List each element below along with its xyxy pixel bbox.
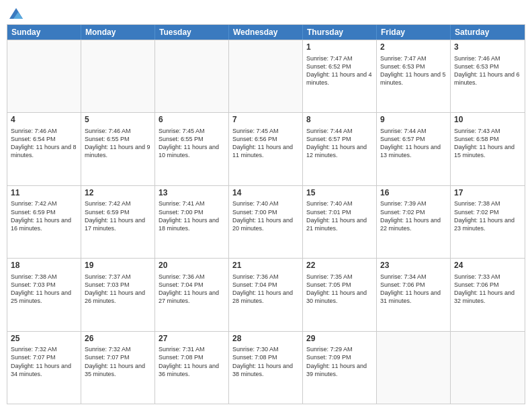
calendar-header: SundayMondayTuesdayWednesdayThursdayFrid…	[7, 25, 525, 40]
day-number: 29	[306, 334, 373, 345]
day-info: Sunrise: 7:45 AM Sunset: 6:55 PM Dayligh…	[159, 127, 225, 160]
day-cell-21: 21Sunrise: 7:36 AM Sunset: 7:04 PM Dayli…	[229, 259, 303, 330]
logo-general	[7, 7, 24, 23]
day-info: Sunrise: 7:38 AM Sunset: 7:03 PM Dayligh…	[11, 273, 77, 306]
day-info: Sunrise: 7:45 AM Sunset: 6:56 PM Dayligh…	[232, 127, 299, 160]
day-cell-12: 12Sunrise: 7:42 AM Sunset: 6:59 PM Dayli…	[81, 186, 155, 258]
day-cell-7: 7Sunrise: 7:45 AM Sunset: 6:56 PM Daylig…	[229, 113, 303, 185]
day-cell-18: 18Sunrise: 7:38 AM Sunset: 7:03 PM Dayli…	[7, 259, 81, 330]
day-cell-11: 11Sunrise: 7:42 AM Sunset: 6:59 PM Dayli…	[7, 186, 81, 258]
day-info: Sunrise: 7:33 AM Sunset: 7:06 PM Dayligh…	[454, 273, 521, 306]
empty-cell-0-1	[81, 40, 155, 112]
day-number: 11	[11, 188, 77, 199]
day-number: 3	[454, 42, 521, 53]
day-number: 7	[232, 115, 299, 126]
day-cell-13: 13Sunrise: 7:41 AM Sunset: 7:00 PM Dayli…	[155, 186, 229, 258]
day-info: Sunrise: 7:37 AM Sunset: 7:03 PM Dayligh…	[85, 273, 151, 306]
day-info: Sunrise: 7:32 AM Sunset: 7:07 PM Dayligh…	[85, 345, 151, 378]
day-number: 2	[380, 42, 447, 53]
day-info: Sunrise: 7:40 AM Sunset: 7:01 PM Dayligh…	[306, 199, 373, 232]
empty-cell-4-5	[377, 332, 451, 404]
day-number: 23	[380, 261, 447, 271]
empty-cell-0-2	[155, 40, 229, 112]
day-info: Sunrise: 7:44 AM Sunset: 6:57 PM Dayligh…	[306, 127, 373, 160]
day-number: 18	[11, 261, 77, 271]
day-number: 13	[159, 188, 225, 199]
day-number: 5	[85, 115, 151, 126]
day-info: Sunrise: 7:40 AM Sunset: 7:00 PM Dayligh…	[232, 199, 299, 232]
day-cell-14: 14Sunrise: 7:40 AM Sunset: 7:00 PM Dayli…	[229, 186, 303, 258]
day-cell-4: 4Sunrise: 7:46 AM Sunset: 6:54 PM Daylig…	[7, 113, 81, 185]
day-cell-10: 10Sunrise: 7:43 AM Sunset: 6:58 PM Dayli…	[451, 113, 525, 185]
day-number: 20	[159, 261, 225, 271]
day-info: Sunrise: 7:34 AM Sunset: 7:06 PM Dayligh…	[380, 273, 447, 306]
day-cell-23: 23Sunrise: 7:34 AM Sunset: 7:06 PM Dayli…	[377, 259, 451, 330]
day-info: Sunrise: 7:42 AM Sunset: 6:59 PM Dayligh…	[11, 199, 77, 232]
day-cell-17: 17Sunrise: 7:38 AM Sunset: 7:02 PM Dayli…	[451, 186, 525, 258]
day-number: 4	[11, 115, 77, 126]
empty-cell-0-3	[229, 40, 303, 112]
day-cell-27: 27Sunrise: 7:31 AM Sunset: 7:08 PM Dayli…	[155, 332, 229, 404]
calendar-row-0: 1Sunrise: 7:47 AM Sunset: 6:52 PM Daylig…	[7, 40, 525, 112]
calendar-row-3: 18Sunrise: 7:38 AM Sunset: 7:03 PM Dayli…	[7, 258, 525, 330]
day-info: Sunrise: 7:36 AM Sunset: 7:04 PM Dayligh…	[159, 273, 225, 306]
day-number: 24	[454, 261, 521, 271]
day-info: Sunrise: 7:31 AM Sunset: 7:08 PM Dayligh…	[159, 345, 225, 378]
day-info: Sunrise: 7:32 AM Sunset: 7:07 PM Dayligh…	[11, 345, 77, 378]
day-info: Sunrise: 7:44 AM Sunset: 6:57 PM Dayligh…	[380, 127, 447, 160]
logo	[7, 7, 24, 19]
day-cell-2: 2Sunrise: 7:47 AM Sunset: 6:53 PM Daylig…	[377, 40, 451, 112]
day-cell-16: 16Sunrise: 7:39 AM Sunset: 7:02 PM Dayli…	[377, 186, 451, 258]
day-number: 14	[232, 188, 299, 199]
day-info: Sunrise: 7:39 AM Sunset: 7:02 PM Dayligh…	[380, 199, 447, 232]
day-number: 15	[306, 188, 373, 199]
day-cell-22: 22Sunrise: 7:35 AM Sunset: 7:05 PM Dayli…	[303, 259, 377, 330]
day-cell-6: 6Sunrise: 7:45 AM Sunset: 6:55 PM Daylig…	[155, 113, 229, 185]
day-number: 19	[85, 261, 151, 271]
day-cell-29: 29Sunrise: 7:29 AM Sunset: 7:09 PM Dayli…	[303, 332, 377, 404]
day-number: 28	[232, 334, 299, 345]
day-number: 16	[380, 188, 447, 199]
day-number: 25	[11, 334, 77, 345]
day-cell-26: 26Sunrise: 7:32 AM Sunset: 7:07 PM Dayli…	[81, 332, 155, 404]
day-cell-1: 1Sunrise: 7:47 AM Sunset: 6:52 PM Daylig…	[303, 40, 377, 112]
day-info: Sunrise: 7:46 AM Sunset: 6:55 PM Dayligh…	[85, 127, 151, 160]
day-number: 10	[454, 115, 521, 126]
calendar: SundayMondayTuesdayWednesdayThursdayFrid…	[7, 24, 525, 404]
empty-cell-0-0	[7, 40, 81, 112]
day-cell-5: 5Sunrise: 7:46 AM Sunset: 6:55 PM Daylig…	[81, 113, 155, 185]
day-number: 17	[454, 188, 521, 199]
day-cell-9: 9Sunrise: 7:44 AM Sunset: 6:57 PM Daylig…	[377, 113, 451, 185]
weekday-header-saturday: Saturday	[451, 25, 525, 40]
day-info: Sunrise: 7:46 AM Sunset: 6:53 PM Dayligh…	[454, 54, 521, 87]
weekday-header-tuesday: Tuesday	[155, 25, 229, 40]
empty-cell-4-6	[451, 332, 525, 404]
day-info: Sunrise: 7:47 AM Sunset: 6:53 PM Dayligh…	[380, 54, 447, 87]
day-number: 1	[306, 42, 373, 53]
calendar-body: 1Sunrise: 7:47 AM Sunset: 6:52 PM Daylig…	[7, 40, 525, 404]
day-info: Sunrise: 7:29 AM Sunset: 7:09 PM Dayligh…	[306, 345, 373, 378]
day-info: Sunrise: 7:43 AM Sunset: 6:58 PM Dayligh…	[454, 127, 521, 160]
day-info: Sunrise: 7:41 AM Sunset: 7:00 PM Dayligh…	[159, 199, 225, 232]
weekday-header-wednesday: Wednesday	[229, 25, 303, 40]
weekday-header-thursday: Thursday	[303, 25, 377, 40]
day-info: Sunrise: 7:46 AM Sunset: 6:54 PM Dayligh…	[11, 127, 77, 160]
day-info: Sunrise: 7:47 AM Sunset: 6:52 PM Dayligh…	[306, 54, 373, 87]
weekday-header-sunday: Sunday	[7, 25, 81, 40]
day-cell-19: 19Sunrise: 7:37 AM Sunset: 7:03 PM Dayli…	[81, 259, 155, 330]
weekday-header-friday: Friday	[377, 25, 451, 40]
day-cell-15: 15Sunrise: 7:40 AM Sunset: 7:01 PM Dayli…	[303, 186, 377, 258]
day-number: 6	[159, 115, 225, 126]
day-number: 9	[380, 115, 447, 126]
day-cell-20: 20Sunrise: 7:36 AM Sunset: 7:04 PM Dayli…	[155, 259, 229, 330]
day-number: 22	[306, 261, 373, 271]
day-cell-24: 24Sunrise: 7:33 AM Sunset: 7:06 PM Dayli…	[451, 259, 525, 330]
day-info: Sunrise: 7:30 AM Sunset: 7:08 PM Dayligh…	[232, 345, 299, 378]
day-cell-28: 28Sunrise: 7:30 AM Sunset: 7:08 PM Dayli…	[229, 332, 303, 404]
day-number: 27	[159, 334, 225, 345]
page: SundayMondayTuesdayWednesdayThursdayFrid…	[0, 0, 532, 411]
calendar-row-2: 11Sunrise: 7:42 AM Sunset: 6:59 PM Dayli…	[7, 185, 525, 258]
day-cell-3: 3Sunrise: 7:46 AM Sunset: 6:53 PM Daylig…	[451, 40, 525, 112]
day-info: Sunrise: 7:38 AM Sunset: 7:02 PM Dayligh…	[454, 199, 521, 232]
day-number: 26	[85, 334, 151, 345]
